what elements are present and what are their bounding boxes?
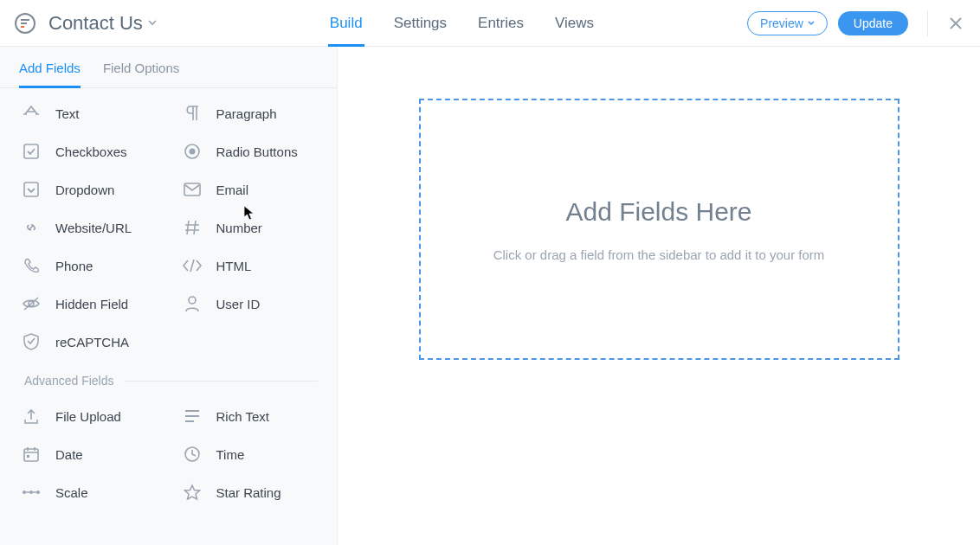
field-label: Time bbox=[216, 447, 245, 462]
radio-icon bbox=[180, 142, 204, 161]
close-button[interactable] bbox=[944, 13, 966, 34]
field-phone[interactable]: Phone bbox=[10, 256, 168, 275]
field-website[interactable]: Website/URL bbox=[10, 218, 168, 237]
phone-icon bbox=[19, 256, 43, 275]
field-radio-buttons[interactable]: Radio Buttons bbox=[171, 142, 329, 161]
code-icon bbox=[180, 256, 204, 275]
svg-point-16 bbox=[36, 490, 40, 494]
svg-rect-2 bbox=[21, 22, 27, 24]
paragraph-icon bbox=[180, 104, 204, 123]
field-label: Rich Text bbox=[216, 409, 269, 424]
field-label: Text bbox=[55, 106, 80, 121]
field-label: reCAPTCHA bbox=[55, 335, 129, 349]
link-icon bbox=[19, 218, 43, 237]
svg-point-10 bbox=[189, 297, 196, 304]
field-star-rating[interactable]: Star Rating bbox=[171, 483, 329, 502]
chevron-down-icon bbox=[148, 20, 157, 26]
field-checkboxes[interactable]: Checkboxes bbox=[10, 142, 168, 161]
sidebar-tabs: Add Fields Field Options bbox=[0, 47, 337, 88]
topbar-actions: Preview Update bbox=[747, 10, 966, 36]
field-scale[interactable]: Scale bbox=[10, 483, 168, 502]
sidebar-tab-add-fields[interactable]: Add Fields bbox=[19, 61, 81, 87]
brand[interactable]: Contact Us bbox=[14, 12, 157, 35]
upload-icon bbox=[19, 407, 43, 426]
brand-logo-icon bbox=[14, 12, 36, 35]
field-label: File Upload bbox=[55, 409, 121, 424]
field-label: Scale bbox=[55, 485, 88, 500]
field-hidden[interactable]: Hidden Field bbox=[10, 294, 168, 313]
field-label: Phone bbox=[55, 259, 93, 273]
field-paragraph[interactable]: Paragraph bbox=[171, 104, 329, 123]
field-date[interactable]: Date bbox=[10, 445, 168, 464]
field-dropdown[interactable]: Dropdown bbox=[10, 180, 168, 199]
preview-button[interactable]: Preview bbox=[747, 11, 828, 35]
divider bbox=[927, 10, 928, 36]
clock-icon bbox=[180, 445, 204, 464]
tab-views[interactable]: Views bbox=[555, 0, 594, 46]
sidebar: Add Fields Field Options Text Paragraph bbox=[0, 47, 338, 545]
dropdown-icon bbox=[19, 180, 43, 199]
svg-rect-1 bbox=[21, 19, 29, 21]
text-icon bbox=[19, 104, 43, 123]
field-label: Star Rating bbox=[216, 485, 281, 500]
close-icon bbox=[949, 16, 963, 30]
svg-point-6 bbox=[189, 149, 195, 155]
form-title-text: Contact Us bbox=[48, 12, 143, 35]
field-text[interactable]: Text bbox=[10, 104, 168, 123]
svg-rect-7 bbox=[24, 183, 38, 196]
basic-fields-grid: Text Paragraph Checkboxes Radio Buttons bbox=[0, 88, 337, 358]
field-html[interactable]: HTML bbox=[171, 256, 329, 275]
star-icon bbox=[180, 483, 204, 502]
sidebar-tab-field-options[interactable]: Field Options bbox=[103, 61, 179, 87]
field-label: Date bbox=[55, 447, 83, 462]
field-number[interactable]: Number bbox=[171, 218, 329, 237]
field-recaptcha[interactable]: reCAPTCHA bbox=[10, 332, 168, 351]
field-label: Radio Buttons bbox=[216, 144, 298, 159]
svg-point-15 bbox=[29, 490, 33, 494]
builder-canvas[interactable]: Add Fields Here Click or drag a field fr… bbox=[338, 47, 980, 545]
calendar-icon bbox=[19, 445, 43, 464]
preview-button-label: Preview bbox=[760, 16, 803, 30]
field-label: Paragraph bbox=[216, 106, 277, 121]
email-icon bbox=[180, 180, 204, 199]
tab-settings[interactable]: Settings bbox=[394, 0, 447, 46]
field-label: Number bbox=[216, 221, 262, 235]
caret-down-icon bbox=[808, 21, 815, 26]
hidden-icon bbox=[19, 294, 43, 313]
field-file-upload[interactable]: File Upload bbox=[10, 407, 168, 426]
dropzone[interactable]: Add Fields Here Click or drag a field fr… bbox=[419, 99, 899, 360]
advanced-fields-grid: File Upload Rich Text Date Time bbox=[0, 394, 337, 509]
svg-rect-4 bbox=[24, 144, 38, 158]
tab-entries[interactable]: Entries bbox=[478, 0, 524, 46]
field-email[interactable]: Email bbox=[171, 180, 329, 199]
hash-icon bbox=[180, 218, 204, 237]
tab-build[interactable]: Build bbox=[330, 0, 363, 46]
shield-icon bbox=[19, 332, 43, 351]
advanced-fields-header: Advanced Fields bbox=[0, 365, 337, 394]
form-title[interactable]: Contact Us bbox=[48, 12, 157, 35]
field-label: HTML bbox=[216, 259, 252, 273]
dropzone-title: Add Fields Here bbox=[565, 197, 751, 227]
field-label: Email bbox=[216, 183, 249, 197]
field-label: Checkboxes bbox=[55, 144, 127, 159]
svg-rect-12 bbox=[27, 455, 29, 458]
field-rich-text[interactable]: Rich Text bbox=[171, 407, 329, 426]
advanced-fields-label: Advanced Fields bbox=[24, 374, 114, 388]
field-time[interactable]: Time bbox=[171, 445, 329, 464]
scale-icon bbox=[19, 483, 43, 502]
checkbox-icon bbox=[19, 142, 43, 161]
topbar: Contact Us Build Settings Entries Views … bbox=[0, 0, 980, 47]
svg-rect-11 bbox=[24, 449, 38, 461]
richtext-icon bbox=[180, 407, 204, 426]
main-tabs: Build Settings Entries Views bbox=[330, 0, 594, 46]
field-label: Dropdown bbox=[55, 183, 114, 197]
svg-point-14 bbox=[23, 490, 26, 494]
svg-rect-3 bbox=[21, 26, 24, 28]
field-userid[interactable]: User ID bbox=[171, 294, 329, 313]
dropzone-hint: Click or drag a field from the sidebar t… bbox=[493, 247, 825, 262]
update-button[interactable]: Update bbox=[838, 11, 908, 35]
user-icon bbox=[180, 294, 204, 313]
field-label: Hidden Field bbox=[55, 297, 128, 311]
main: Add Fields Field Options Text Paragraph bbox=[0, 47, 980, 545]
field-label: Website/URL bbox=[55, 221, 132, 235]
